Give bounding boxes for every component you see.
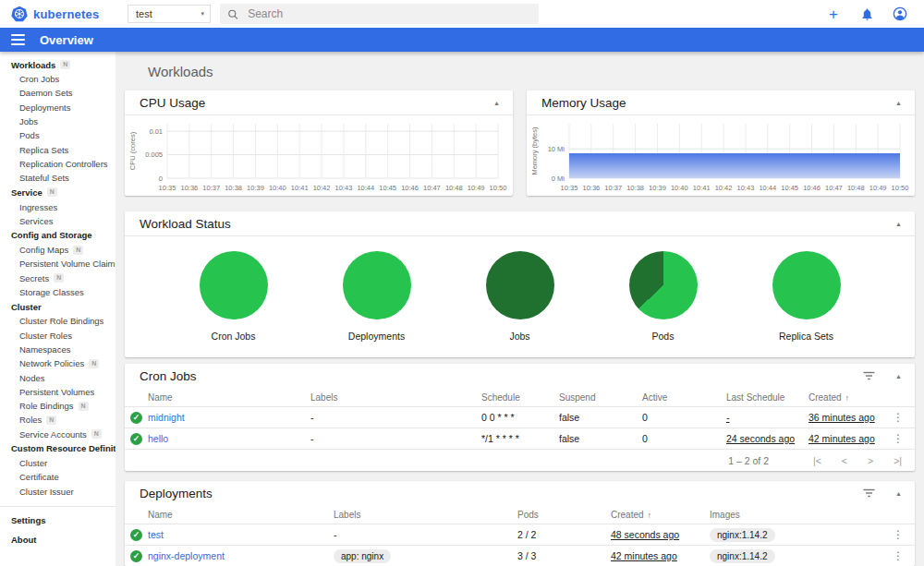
column-header-name[interactable]: Name xyxy=(148,510,334,520)
sidebar-item-cluster[interactable]: Cluster xyxy=(0,456,116,470)
namespace-select[interactable]: test ▾ xyxy=(128,5,211,23)
column-header-suspend[interactable]: Suspend xyxy=(559,392,642,403)
status-ok-icon: ✓ xyxy=(130,412,142,424)
sidebar-item-services[interactable]: Services xyxy=(0,214,116,228)
pie-chart-jobs[interactable] xyxy=(486,251,554,319)
row-menu-icon[interactable]: ⋮ xyxy=(893,549,904,562)
cron-job-name-link[interactable]: midnight xyxy=(148,412,310,423)
active-cell: 0 xyxy=(642,433,726,444)
sidebar-item-about[interactable]: About xyxy=(0,530,116,549)
sidebar-item-cron-jobs[interactable]: Cron Jobs xyxy=(0,72,116,86)
sort-ascending-icon: ↑ xyxy=(845,393,850,403)
search-input[interactable] xyxy=(248,7,531,20)
sidebar-item-persistent-volumes[interactable]: Persistent Volumes xyxy=(0,385,116,399)
account-button[interactable] xyxy=(891,5,909,23)
search-bar[interactable] xyxy=(220,4,539,24)
table-row: ✓midnight-0 0 * * *false0-36 minutes ago… xyxy=(125,406,915,428)
row-menu-icon[interactable]: ⋮ xyxy=(893,432,904,445)
sidebar-item-secrets[interactable]: SecretsN xyxy=(0,271,116,285)
last-page-button[interactable]: >| xyxy=(894,455,902,466)
sidebar-item-daemon-sets[interactable]: Daemon Sets xyxy=(0,86,116,100)
svg-text:10:48: 10:48 xyxy=(445,184,463,192)
pie-chart-replica-sets[interactable] xyxy=(772,251,841,319)
kubernetes-logo[interactable]: kubernetes xyxy=(11,6,115,22)
column-header-schedule[interactable]: Schedule xyxy=(481,392,559,403)
cron-jobs-table: NameLabelsScheduleSuspendActiveLast Sche… xyxy=(125,388,915,449)
row-menu-icon[interactable]: ⋮ xyxy=(893,528,904,541)
workload-pie-deployments: Deployments xyxy=(312,251,442,342)
created-cell: 36 minutes ago xyxy=(808,412,892,423)
column-header-labels[interactable]: Labels xyxy=(310,392,481,403)
status-cell: ✓ xyxy=(125,550,148,562)
pods-cell: 2 / 2 xyxy=(517,529,611,540)
workload-status-card-header: Workload Status ▲ xyxy=(125,211,915,236)
sidebar-item-settings[interactable]: Settings xyxy=(0,511,116,530)
collapse-icon[interactable]: ▲ xyxy=(895,100,902,106)
sidebar-item-namespaces[interactable]: Namespaces xyxy=(0,343,116,356)
create-resource-button[interactable]: + xyxy=(824,5,843,23)
column-header-pods[interactable]: Pods xyxy=(517,510,611,520)
sidebar-item-stateful-sets[interactable]: Stateful Sets xyxy=(0,171,116,185)
suspend-cell: false xyxy=(559,412,642,423)
sidebar-item-ingresses[interactable]: Ingresses xyxy=(0,199,116,213)
collapse-icon[interactable]: ▲ xyxy=(895,373,902,379)
sidebar-item-storage-classes[interactable]: Storage Classes xyxy=(0,285,116,299)
sidebar-item-nodes[interactable]: Nodes xyxy=(0,370,116,384)
sidebar-item-role-bindings[interactable]: Role BindingsN xyxy=(0,399,116,413)
svg-text:10:43: 10:43 xyxy=(737,184,755,192)
sidebar-item-pods[interactable]: Pods xyxy=(0,128,116,142)
sidebar-item-certificate[interactable]: Certificate xyxy=(0,470,116,484)
column-header-labels[interactable]: Labels xyxy=(334,510,517,520)
sidebar-item-jobs[interactable]: Jobs xyxy=(0,114,116,128)
status-cell: ✓ xyxy=(125,529,148,541)
sidebar-item-cluster-role-bindings[interactable]: Cluster Role Bindings xyxy=(0,314,116,328)
sidebar-item-persistent-volume-claims[interactable]: Persistent Volume ClaimsN xyxy=(0,257,116,271)
namespace-selected-value: test xyxy=(136,8,152,19)
row-menu-icon[interactable]: ⋮ xyxy=(893,411,904,424)
collapse-icon[interactable]: ▲ xyxy=(895,490,902,497)
pie-label: Replica Sets xyxy=(779,331,833,342)
page-title: Workloads xyxy=(125,52,915,90)
sidebar-item-roles[interactable]: RolesN xyxy=(0,413,116,427)
workload-status-title: Workload Status xyxy=(140,217,231,231)
column-header-last-schedule[interactable]: Last Schedule xyxy=(726,392,808,403)
images-cell: nginx:1.14.2 xyxy=(710,528,892,542)
collapse-icon[interactable]: ▲ xyxy=(895,221,902,227)
sidebar-item-cluster-roles[interactable]: Cluster Roles xyxy=(0,328,116,342)
pie-chart-cron-jobs[interactable] xyxy=(200,251,268,319)
sidebar-item-network-policies[interactable]: Network PoliciesN xyxy=(0,356,116,370)
menu-icon[interactable] xyxy=(11,34,25,45)
created-cell: 42 minutes ago xyxy=(808,433,892,444)
sidebar-item-replication-controllers[interactable]: Replication Controllers xyxy=(0,157,116,171)
deployment-name-link[interactable]: test xyxy=(148,529,334,540)
memory-usage-title: Memory Usage xyxy=(541,96,626,110)
column-header-name[interactable]: Name xyxy=(148,392,310,403)
pie-chart-deployments[interactable] xyxy=(343,251,411,319)
table-row: ✓hello-*/1 * * * *false024 seconds ago42… xyxy=(125,428,915,449)
image-chip: nginx:1.14.2 xyxy=(710,549,775,563)
sidebar-item-deployments[interactable]: Deployments xyxy=(0,101,116,114)
notifications-button[interactable] xyxy=(857,5,876,23)
sidebar-item-service-accounts[interactable]: Service AccountsN xyxy=(0,428,116,441)
sidebar-item-cluster-issuer[interactable]: Cluster Issuer xyxy=(0,484,116,498)
deployments-card: Deployments ▲ NameLabelsPodsCreated↑Imag… xyxy=(125,481,915,566)
next-page-button[interactable]: > xyxy=(868,455,873,466)
deployment-name-link[interactable]: nginx-deployment xyxy=(148,550,334,561)
collapse-icon[interactable]: ▲ xyxy=(493,100,500,106)
filter-icon[interactable] xyxy=(863,371,875,380)
pie-label: Deployments xyxy=(348,331,405,342)
column-header-active[interactable]: Active xyxy=(642,392,726,403)
pie-label: Pods xyxy=(652,331,675,342)
workload-status-card: Workload Status ▲ Cron JobsDeploymentsJo… xyxy=(125,211,915,357)
first-page-button[interactable]: |< xyxy=(813,455,821,466)
sidebar-item-replica-sets[interactable]: Replica Sets xyxy=(0,142,116,156)
filter-icon[interactable] xyxy=(863,488,875,498)
previous-page-button[interactable]: < xyxy=(842,455,847,466)
cron-job-name-link[interactable]: hello xyxy=(148,433,310,444)
column-header-images[interactable]: Images xyxy=(710,510,892,520)
svg-text:CPU (cores): CPU (cores) xyxy=(128,131,137,170)
sidebar-item-config-maps[interactable]: Config MapsN xyxy=(0,243,116,257)
pie-chart-pods[interactable] xyxy=(629,251,698,319)
column-header-created[interactable]: Created↑ xyxy=(611,510,710,520)
column-header-created[interactable]: Created↑ xyxy=(808,392,892,403)
